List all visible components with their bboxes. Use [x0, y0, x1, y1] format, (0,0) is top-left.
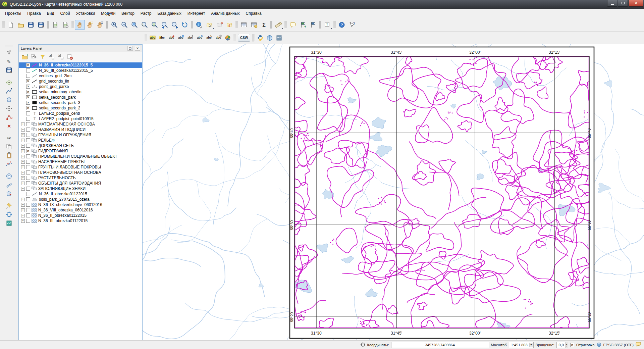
- layer-checkbox[interactable]: [26, 128, 30, 132]
- show-bookmarks-icon[interactable]: [308, 20, 318, 30]
- open-attribute-table-icon[interactable]: [239, 20, 249, 30]
- remove-layer-icon[interactable]: [66, 53, 74, 61]
- label-diagram-icon[interactable]: [223, 33, 232, 43]
- paste-features-icon[interactable]: [3, 151, 15, 160]
- layer-row[interactable]: TLAYER2_podpisi_centr: [19, 111, 142, 116]
- label-move-icon[interactable]: abc: [185, 33, 195, 43]
- menu-item[interactable]: Установки: [73, 9, 98, 17]
- deselect-features-icon[interactable]: ✕: [214, 20, 224, 30]
- layer-row[interactable]: +N_36_VIII_obrezka_06012016: [19, 207, 142, 213]
- layer-checkbox[interactable]: [26, 68, 30, 72]
- new-bookmark-icon[interactable]: +: [298, 20, 308, 30]
- layer-group-row[interactable]: +НАСЕЛЕННЫЕ ПУНКТЫ: [19, 159, 142, 164]
- expand-toggle-icon[interactable]: +: [21, 171, 25, 174]
- layer-checkbox[interactable]: [26, 170, 30, 174]
- new-project-icon[interactable]: [6, 20, 16, 30]
- add-ring-icon[interactable]: [3, 172, 15, 181]
- save-edits-icon[interactable]: ✎: [3, 66, 15, 74]
- layer-group-row[interactable]: +ГРУНТЫ И ЛАВОВЫЕ ПОКРОВЫ: [19, 164, 142, 170]
- whats-this-icon[interactable]: ?: [347, 20, 357, 30]
- rotation-spin-arrows[interactable]: ▴▾: [565, 342, 568, 348]
- layer-checkbox[interactable]: [26, 122, 30, 126]
- layer-checkbox[interactable]: [26, 187, 30, 191]
- save-project-as-icon[interactable]: ✎: [36, 20, 46, 30]
- select-by-expression-icon[interactable]: ε: [224, 20, 234, 30]
- layer-checkbox[interactable]: [26, 181, 30, 185]
- menu-item[interactable]: Вид: [44, 9, 57, 17]
- collapse-all-icon[interactable]: −−: [57, 53, 65, 61]
- layer-row[interactable]: +N_36_III_obrezka01122015: [19, 218, 142, 223]
- maximize-button[interactable]: [618, 0, 628, 7]
- layer-row[interactable]: +soils_park_27072015_ozera: [19, 197, 142, 202]
- delete-selected-icon[interactable]: ✕: [3, 121, 15, 130]
- expand-toggle-icon[interactable]: +: [21, 176, 25, 180]
- current-edits-icon[interactable]: [3, 48, 15, 57]
- log-messages-icon[interactable]: [636, 342, 641, 348]
- layer-group-row[interactable]: +✕ГИДРОГРАФИЯ: [19, 148, 142, 154]
- map-tips-icon[interactable]: [288, 20, 298, 30]
- layer-checkbox[interactable]: [26, 74, 30, 78]
- layer-row[interactable]: ✕setka_minutnay_obedin: [19, 89, 142, 95]
- label-pin-icon[interactable]: abc: [167, 33, 176, 43]
- layer-row[interactable]: ✕N_36_II_obrezka01122015_5: [19, 62, 142, 68]
- layer-group-row[interactable]: +ОБЪЕКТЫ ДЛЯ КАРТОИЗДАНИЯ: [19, 181, 142, 186]
- expand-toggle-icon[interactable]: +: [21, 122, 25, 126]
- layer-checkbox[interactable]: [26, 197, 30, 201]
- expand-toggle-icon[interactable]: +: [21, 219, 25, 223]
- layer-row[interactable]: ✕setka_seconds_park_2: [19, 105, 142, 111]
- layer-checkbox[interactable]: [26, 138, 30, 142]
- refresh-map-icon[interactable]: [180, 20, 190, 30]
- layer-row[interactable]: ✕setka_seconds_park_3: [19, 100, 142, 105]
- expand-toggle-icon[interactable]: +: [21, 139, 25, 142]
- layer-checkbox[interactable]: ✕: [26, 63, 30, 67]
- layer-checkbox[interactable]: [26, 219, 30, 223]
- layer-group-row[interactable]: +РАСТИТЕЛЬНОСТЬ: [19, 175, 142, 181]
- layer-group-row[interactable]: +РЕЛЬЕФ: [19, 138, 142, 143]
- layer-checkbox[interactable]: [26, 117, 30, 121]
- zoom-last-icon[interactable]: [160, 20, 170, 30]
- layer-checkbox[interactable]: [26, 203, 30, 207]
- expand-toggle-icon[interactable]: +: [21, 133, 25, 137]
- filter-legend-icon[interactable]: [39, 53, 47, 61]
- layer-checkbox[interactable]: [26, 133, 30, 137]
- layer-checkbox[interactable]: [26, 165, 30, 169]
- expand-toggle-icon[interactable]: +: [21, 149, 25, 153]
- identify-features-icon[interactable]: i: [194, 20, 204, 30]
- map-theme-icon[interactable]: [274, 33, 284, 43]
- layer-row[interactable]: +N_36_II_obrezka01122015: [19, 213, 142, 218]
- new-composer-icon[interactable]: [50, 20, 60, 30]
- select-features-icon[interactable]: ▾: [204, 20, 214, 30]
- reshape-features-icon[interactable]: [3, 189, 15, 198]
- panel-float-icon[interactable]: ▢: [127, 46, 133, 51]
- layer-checkbox[interactable]: ✕: [26, 106, 30, 110]
- layer-checkbox[interactable]: [26, 144, 30, 148]
- show-statistics-icon[interactable]: Σ: [259, 20, 269, 30]
- layer-checkbox[interactable]: [26, 160, 30, 164]
- label-rotate-icon[interactable]: ↻abc: [195, 33, 204, 43]
- expand-toggle-icon[interactable]: +: [21, 208, 25, 212]
- expand-toggle-icon[interactable]: +: [21, 203, 25, 207]
- menu-item[interactable]: Модули: [98, 9, 118, 17]
- layer-group-row[interactable]: +ГРАНИЦЫ И ОГРАЖДЕНИЯ: [19, 132, 142, 138]
- close-button[interactable]: ✕: [629, 0, 643, 7]
- add-group-icon[interactable]: +: [20, 53, 29, 61]
- layer-checkbox[interactable]: [26, 154, 30, 158]
- layer-group-row[interactable]: +ПРОМЫШЛЕН.И СОЦИАЛЬНЫЕ ОБЪЕКТ: [19, 154, 142, 159]
- layer-checkbox[interactable]: [26, 213, 30, 217]
- menu-item[interactable]: Анализ данных: [208, 9, 243, 17]
- zoom-full-icon[interactable]: [129, 20, 140, 30]
- panel-close-icon[interactable]: ✕: [135, 46, 140, 51]
- menu-item[interactable]: Проекты: [2, 9, 24, 17]
- composer-manager-icon[interactable]: [60, 20, 70, 30]
- scale-combo[interactable]: 1:451 803▾: [509, 342, 534, 348]
- cut-features-icon[interactable]: ✂: [3, 134, 15, 142]
- help-contents-icon[interactable]: ?: [337, 20, 347, 30]
- copy-features-icon[interactable]: [3, 142, 15, 151]
- minimize-button[interactable]: [607, 0, 617, 7]
- layer-row[interactable]: +N_36_IX_chetvertichnye_06012016: [19, 202, 142, 207]
- menu-item[interactable]: Слой: [57, 9, 73, 17]
- processing-tool-icon[interactable]: [3, 219, 15, 228]
- layer-row[interactable]: ✕point_grid_park5: [19, 84, 142, 89]
- layer-checkbox[interactable]: ✕: [26, 101, 30, 105]
- digitize-line-icon[interactable]: [3, 87, 15, 95]
